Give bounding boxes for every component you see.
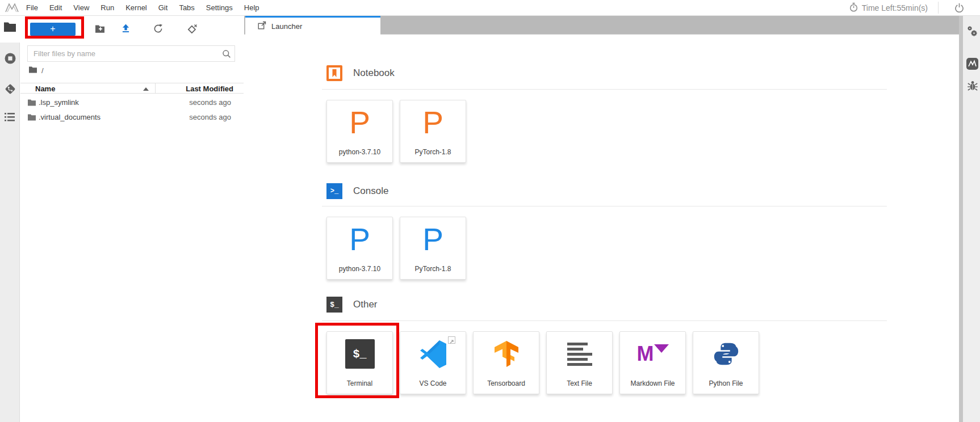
card-vscode[interactable]: VS Code xyxy=(400,331,466,394)
menu-items: File Edit View Run Kernel Git Tabs Setti… xyxy=(20,0,265,15)
jupyter-notebook-icon xyxy=(326,65,342,81)
session-timer: Time Left:55min(s) xyxy=(849,0,928,15)
card-tensorboard[interactable]: Tensorboard xyxy=(473,331,539,394)
shutdown-button[interactable] xyxy=(938,2,980,14)
card-python-file[interactable]: Python File xyxy=(693,331,759,394)
menu-edit[interactable]: Edit xyxy=(44,3,68,12)
file-browser-panel: + / Name Last Modif xyxy=(20,16,244,422)
filter-files-input[interactable] xyxy=(28,46,234,61)
jupyterlab-logo-icon xyxy=(5,3,19,15)
debugger-bug-icon[interactable] xyxy=(967,79,978,94)
card-text-file[interactable]: Text File xyxy=(546,331,613,394)
tab-launcher[interactable]: Launcher xyxy=(245,16,380,35)
folder-icon xyxy=(28,66,37,75)
section-header-console: >_ Console xyxy=(326,183,388,199)
menu-view[interactable]: View xyxy=(68,3,95,12)
column-name[interactable]: Name xyxy=(35,85,55,93)
column-last-modified[interactable]: Last Modified xyxy=(186,85,233,93)
card-terminal[interactable]: $_ Terminal xyxy=(326,331,393,394)
text-file-icon xyxy=(565,339,594,369)
stopwatch-icon xyxy=(849,2,858,14)
card-notebook-python[interactable]: P python-3.7.10 xyxy=(326,100,393,163)
menu-help[interactable]: Help xyxy=(238,3,265,12)
right-activity-bar xyxy=(959,16,980,422)
terminal-icon: $_ xyxy=(345,339,375,369)
section-title: Console xyxy=(353,185,388,197)
folder-icon xyxy=(27,99,36,108)
time-left-label: Time Left:55min(s) xyxy=(862,3,928,12)
left-activity-bar xyxy=(0,16,20,422)
menu-settings[interactable]: Settings xyxy=(200,3,238,12)
sort-ascending-icon xyxy=(143,87,149,91)
markdown-icon: M xyxy=(638,339,668,369)
menu-tabs[interactable]: Tabs xyxy=(173,3,200,12)
section-title: Notebook xyxy=(353,67,395,79)
file-name: .lsp_symlink xyxy=(39,98,79,107)
section-header-other: $_ Other xyxy=(326,297,378,313)
jupyterlab-screen: File Edit View Run Kernel Git Tabs Setti… xyxy=(0,0,980,422)
vscode-icon xyxy=(418,339,448,369)
menu-run[interactable]: Run xyxy=(95,3,120,12)
tensorboard-icon xyxy=(492,339,521,369)
section-title: Other xyxy=(353,299,378,310)
breadcrumb-root: / xyxy=(41,66,44,75)
git-icon[interactable] xyxy=(3,82,17,98)
python-kernel-icon: P xyxy=(327,222,392,257)
menu-kernel[interactable]: Kernel xyxy=(120,3,153,12)
card-markdown-file[interactable]: M Markdown File xyxy=(619,331,686,394)
launcher-panel: Notebook P python-3.7.10 P PyTorch-1.8 >… xyxy=(244,35,959,422)
search-icon xyxy=(222,49,231,61)
file-modified: seconds ago xyxy=(189,113,231,121)
console-cards: P python-3.7.10 P PyTorch-1.8 xyxy=(326,217,466,280)
main-dock: Launcher Notebook P python-3.7.10 P PyTo… xyxy=(244,16,959,422)
tab-bar: Launcher xyxy=(244,16,959,35)
breadcrumb[interactable]: / xyxy=(28,65,44,75)
other-cards: $_ Terminal VS Code xyxy=(326,331,759,394)
upload-icon[interactable] xyxy=(121,24,131,35)
running-kernels-icon[interactable] xyxy=(4,52,16,67)
external-link-icon xyxy=(448,336,455,344)
file-row[interactable]: .virtual_documents seconds ago xyxy=(20,110,244,125)
file-browser-icon[interactable] xyxy=(3,21,16,34)
section-divider xyxy=(322,206,887,206)
extension-logo-icon[interactable] xyxy=(966,58,978,72)
python-logo-icon xyxy=(711,339,741,369)
card-notebook-pytorch[interactable]: P PyTorch-1.8 xyxy=(400,100,466,163)
folder-icon xyxy=(27,113,36,123)
python-kernel-icon: P xyxy=(400,222,466,257)
section-divider xyxy=(322,320,887,321)
shell-icon: $_ xyxy=(326,297,342,313)
launcher-icon xyxy=(258,21,266,31)
new-folder-icon[interactable] xyxy=(95,24,105,35)
section-header-notebook: Notebook xyxy=(326,65,395,81)
diamond-plus-icon[interactable] xyxy=(187,24,198,37)
column-divider xyxy=(155,83,156,93)
file-modified: seconds ago xyxy=(189,98,231,107)
card-console-pytorch[interactable]: P PyTorch-1.8 xyxy=(400,217,466,280)
file-list-header: Name Last Modified xyxy=(20,83,244,94)
console-icon: >_ xyxy=(326,183,342,199)
menu-file[interactable]: File xyxy=(20,3,44,12)
new-launcher-button[interactable]: + xyxy=(30,23,76,36)
file-row[interactable]: .lsp_symlink seconds ago xyxy=(20,95,244,110)
card-console-python[interactable]: P python-3.7.10 xyxy=(326,217,393,280)
power-icon xyxy=(954,3,964,12)
filter-files-box xyxy=(27,45,235,62)
notebook-cards: P python-3.7.10 P PyTorch-1.8 xyxy=(326,100,466,163)
refresh-icon[interactable] xyxy=(153,24,163,36)
section-divider xyxy=(322,89,887,90)
tab-label: Launcher xyxy=(271,22,302,31)
menu-bar: File Edit View Run Kernel Git Tabs Setti… xyxy=(0,0,980,16)
python-kernel-icon: P xyxy=(327,105,392,140)
property-inspector-icon[interactable] xyxy=(966,25,978,40)
file-name: .virtual_documents xyxy=(39,113,100,121)
table-of-contents-icon[interactable] xyxy=(4,112,15,124)
python-kernel-icon: P xyxy=(400,105,466,140)
menu-git[interactable]: Git xyxy=(153,3,174,12)
